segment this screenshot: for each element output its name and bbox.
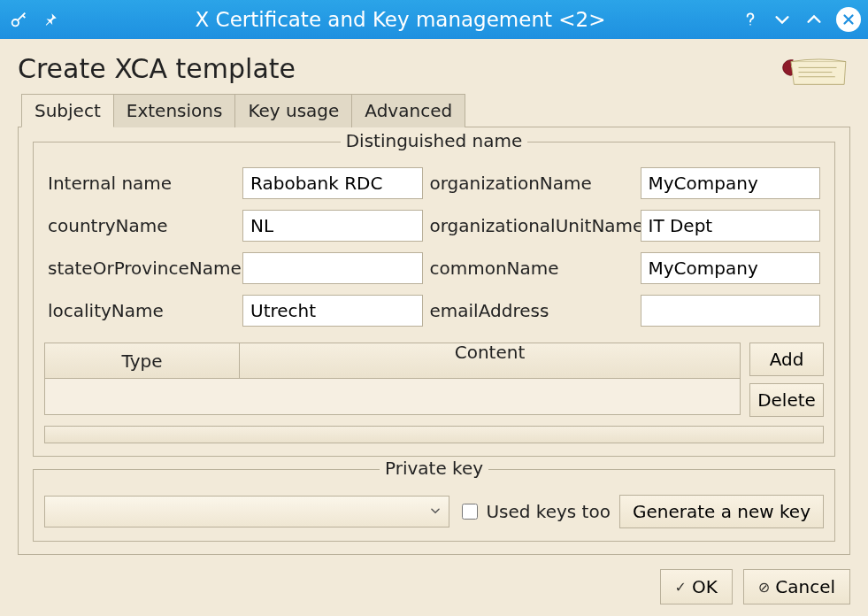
group-legend: Distinguished name: [341, 130, 528, 151]
tab-panel-subject: Distinguished name Internal name organiz…: [18, 127, 850, 555]
maximize-icon[interactable]: [804, 10, 824, 29]
scroll-decoration-icon: [774, 50, 850, 89]
window-title: X Certificate and Key management <2>: [69, 8, 732, 31]
tab-label: Advanced: [365, 100, 452, 121]
group-legend: Private key: [380, 458, 488, 479]
input-common-name[interactable]: [641, 252, 821, 284]
check-icon: ✓: [675, 579, 687, 596]
table-header: Type Content: [45, 343, 740, 379]
window-titlebar: X Certificate and Key management <2>: [0, 0, 868, 39]
input-organizational-unit-name[interactable]: [641, 210, 821, 242]
cancel-button[interactable]: ⊘ Cancel: [743, 569, 850, 604]
label-organization-name: organizationName: [430, 173, 634, 194]
page-title: Create XCA template: [18, 53, 296, 84]
add-dn-button[interactable]: Add: [749, 343, 824, 376]
column-header-type[interactable]: Type: [45, 343, 240, 378]
prohibit-icon: ⊘: [758, 579, 770, 596]
button-label: Cancel: [775, 576, 835, 597]
dn-status-strip: [44, 426, 824, 443]
chevron-down-icon: [429, 504, 442, 520]
input-internal-name[interactable]: [242, 167, 423, 199]
label-locality-name: localityName: [48, 300, 235, 321]
tab-extensions[interactable]: Extensions: [113, 94, 236, 127]
label-organizational-unit-name: organizationalUnitName: [430, 215, 634, 236]
label-internal-name: Internal name: [48, 173, 235, 194]
label-state-or-province-name: stateOrProvinceName: [48, 258, 235, 279]
group-private-key: Private key Used keys too Generate a new…: [33, 469, 835, 542]
table-body[interactable]: [45, 379, 740, 414]
svg-point-1: [749, 24, 751, 26]
input-email-address[interactable]: [641, 295, 821, 327]
label-email-address: emailAddress: [430, 300, 634, 321]
column-header-content[interactable]: Content: [240, 343, 740, 365]
input-organization-name[interactable]: [641, 167, 821, 199]
label-country-name: countryName: [48, 215, 235, 236]
delete-dn-button[interactable]: Delete: [749, 383, 824, 417]
used-keys-too-checkbox[interactable]: [462, 504, 478, 520]
group-distinguished-name: Distinguished name Internal name organiz…: [33, 142, 835, 457]
input-state-or-province-name[interactable]: [242, 252, 423, 284]
dn-entries-table[interactable]: Type Content: [44, 343, 741, 415]
dialog-content: Create XCA template Subject Extensions K…: [0, 39, 868, 616]
tab-label: Subject: [35, 100, 101, 121]
used-keys-too-checkbox-wrap[interactable]: Used keys too: [458, 501, 611, 522]
tab-label: Extensions: [127, 100, 223, 121]
ok-button[interactable]: ✓ OK: [660, 569, 733, 604]
help-icon[interactable]: [741, 10, 760, 29]
private-key-combo[interactable]: [44, 496, 449, 527]
label-common-name: commonName: [430, 258, 634, 279]
tab-advanced[interactable]: Advanced: [351, 94, 465, 127]
svg-point-0: [12, 19, 19, 26]
tab-subject[interactable]: Subject: [21, 94, 114, 127]
close-icon[interactable]: [836, 7, 861, 32]
dialog-footer: ✓ OK ⊘ Cancel: [18, 555, 850, 604]
input-locality-name[interactable]: [242, 295, 423, 327]
pin-icon[interactable]: [41, 10, 60, 29]
tab-key-usage[interactable]: Key usage: [234, 94, 352, 127]
tab-label: Key usage: [248, 100, 339, 121]
button-label: OK: [692, 576, 718, 597]
used-keys-too-label: Used keys too: [486, 501, 611, 522]
app-key-icon: [9, 10, 28, 29]
minimize-icon[interactable]: [772, 10, 792, 29]
generate-new-key-button[interactable]: Generate a new key: [619, 495, 824, 528]
tab-strip: Subject Extensions Key usage Advanced: [21, 93, 850, 127]
input-country-name[interactable]: [242, 210, 423, 242]
